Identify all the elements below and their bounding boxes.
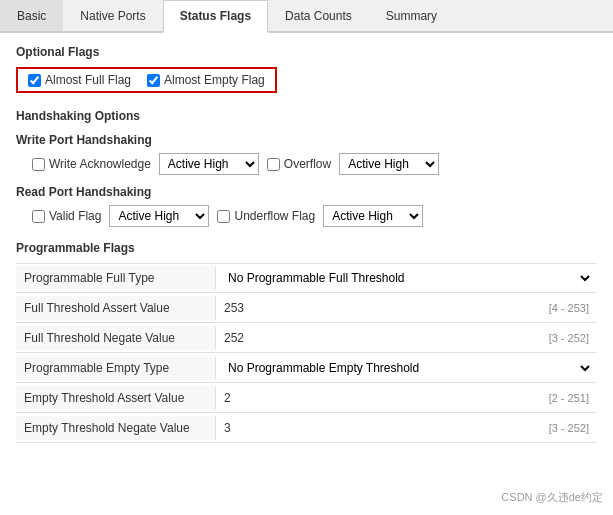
valid-flag-checkbox[interactable] [32, 210, 45, 223]
empty-assert-value: [2 - 251] [216, 387, 597, 409]
prog-empty-type-label: Programmable Empty Type [16, 356, 216, 380]
write-acknowledge-checkbox[interactable] [32, 158, 45, 171]
empty-negate-label: Empty Threshold Negate Value [16, 416, 216, 440]
tab-bar: Basic Native Ports Status Flags Data Cou… [0, 0, 613, 33]
empty-negate-input[interactable] [224, 421, 304, 435]
empty-assert-input[interactable] [224, 391, 304, 405]
programmable-flags-table: Programmable Full Type No Programmable F… [16, 263, 597, 443]
overflow-checkbox[interactable] [267, 158, 280, 171]
underflow-flag-label: Underflow Flag [234, 209, 315, 223]
write-port-row: Write Acknowledge Active High Active Low… [32, 153, 597, 175]
read-port-subtitle: Read Port Handshaking [16, 185, 597, 199]
full-negate-row: Full Threshold Negate Value [3 - 252] [16, 323, 597, 353]
almost-full-flag-label: Almost Full Flag [45, 73, 131, 87]
almost-full-flag-checkbox[interactable] [28, 74, 41, 87]
main-content: Optional Flags Almost Full Flag Almost E… [0, 33, 613, 455]
optional-flags-title: Optional Flags [16, 45, 597, 59]
full-assert-range: [4 - 253] [549, 302, 589, 314]
almost-empty-flag-label: Almost Empty Flag [164, 73, 265, 87]
empty-negate-row: Empty Threshold Negate Value [3 - 252] [16, 413, 597, 443]
optional-flags-box: Almost Full Flag Almost Empty Flag [16, 67, 277, 93]
empty-assert-row: Empty Threshold Assert Value [2 - 251] [16, 383, 597, 413]
overflow-select[interactable]: Active High Active Low [339, 153, 439, 175]
valid-flag-item: Valid Flag [32, 209, 101, 223]
write-port-subtitle: Write Port Handshaking [16, 133, 597, 147]
tab-native-ports[interactable]: Native Ports [63, 0, 162, 31]
empty-assert-range: [2 - 251] [549, 392, 589, 404]
almost-full-flag-item: Almost Full Flag [28, 73, 131, 87]
tab-summary[interactable]: Summary [369, 0, 454, 31]
prog-full-type-label: Programmable Full Type [16, 266, 216, 290]
underflow-flag-checkbox[interactable] [217, 210, 230, 223]
write-acknowledge-item: Write Acknowledge [32, 157, 151, 171]
write-acknowledge-label: Write Acknowledge [49, 157, 151, 171]
full-negate-value: [3 - 252] [216, 327, 597, 349]
empty-negate-value: [3 - 252] [216, 417, 597, 439]
full-assert-input[interactable] [224, 301, 304, 315]
overflow-label: Overflow [284, 157, 331, 171]
empty-negate-range: [3 - 252] [549, 422, 589, 434]
valid-flag-label: Valid Flag [49, 209, 101, 223]
write-acknowledge-select[interactable]: Active High Active Low [159, 153, 259, 175]
full-negate-input[interactable] [224, 331, 304, 345]
full-negate-label: Full Threshold Negate Value [16, 326, 216, 350]
overflow-item: Overflow [267, 157, 331, 171]
underflow-flag-item: Underflow Flag [217, 209, 315, 223]
full-negate-range: [3 - 252] [549, 332, 589, 344]
prog-empty-type-select[interactable]: No Programmable Empty Threshold Single P… [220, 356, 593, 380]
prog-full-type-value: No Programmable Full Threshold Single Pr… [216, 264, 597, 292]
prog-empty-type-row: Programmable Empty Type No Programmable … [16, 353, 597, 383]
prog-empty-type-value: No Programmable Empty Threshold Single P… [216, 354, 597, 382]
read-port-row: Valid Flag Active High Active Low Underf… [32, 205, 597, 227]
underflow-flag-select[interactable]: Active High Active Low [323, 205, 423, 227]
almost-empty-flag-item: Almost Empty Flag [147, 73, 265, 87]
full-assert-value: [4 - 253] [216, 297, 597, 319]
valid-flag-select[interactable]: Active High Active Low [109, 205, 209, 227]
tab-data-counts[interactable]: Data Counts [268, 0, 369, 31]
tab-status-flags[interactable]: Status Flags [163, 0, 268, 33]
full-assert-row: Full Threshold Assert Value [4 - 253] [16, 293, 597, 323]
tab-basic[interactable]: Basic [0, 0, 63, 31]
almost-empty-flag-checkbox[interactable] [147, 74, 160, 87]
handshaking-title: Handshaking Options [16, 109, 597, 123]
empty-assert-label: Empty Threshold Assert Value [16, 386, 216, 410]
prog-full-type-row: Programmable Full Type No Programmable F… [16, 263, 597, 293]
programmable-flags-title: Programmable Flags [16, 241, 597, 255]
full-assert-label: Full Threshold Assert Value [16, 296, 216, 320]
prog-full-type-select[interactable]: No Programmable Full Threshold Single Pr… [220, 266, 593, 290]
